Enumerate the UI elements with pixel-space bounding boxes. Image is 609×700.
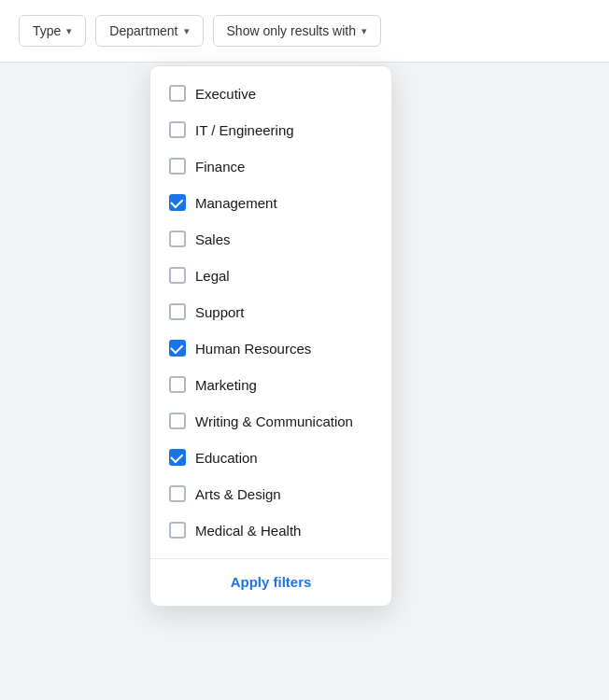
checkbox-executive[interactable] [169, 85, 186, 102]
checkbox-education[interactable] [169, 449, 186, 466]
department-dropdown: ExecutiveIT / EngineeringFinanceManageme… [149, 65, 392, 607]
list-item[interactable]: IT / Engineering [150, 112, 391, 148]
item-label-it-engineering: IT / Engineering [195, 120, 294, 140]
checkbox-finance[interactable] [169, 158, 186, 175]
checkbox-human-resources[interactable] [169, 340, 186, 357]
checkbox-marketing[interactable] [169, 376, 186, 393]
type-filter-button[interactable]: Type ▾ [19, 15, 86, 47]
checkbox-management[interactable] [169, 194, 186, 211]
checkbox-writing-communication[interactable] [169, 413, 186, 429]
list-item[interactable]: Human Resources [150, 330, 391, 367]
show-only-label: Show only results with [227, 23, 357, 38]
list-item[interactable]: Medical & Health [150, 512, 391, 549]
toolbar: Type ▾ Department ▾ Show only results wi… [0, 0, 609, 63]
show-only-chevron-icon: ▾ [361, 25, 367, 37]
list-item[interactable]: Writing & Communication [150, 403, 391, 440]
item-label-writing-communication: Writing & Communication [195, 412, 353, 431]
list-item[interactable]: Sales [150, 221, 391, 258]
item-label-executive: Executive [195, 84, 256, 104]
department-filter-button[interactable]: Department ▾ [95, 15, 203, 47]
checkbox-sales[interactable] [169, 231, 186, 247]
department-list: ExecutiveIT / EngineeringFinanceManageme… [150, 66, 391, 558]
checkbox-legal[interactable] [169, 267, 186, 284]
type-chevron-icon: ▾ [66, 25, 72, 37]
dropdown-footer: Apply filters [150, 558, 391, 606]
list-item[interactable]: Legal [150, 258, 391, 294]
item-label-human-resources: Human Resources [195, 339, 311, 358]
item-label-sales: Sales [195, 230, 231, 249]
show-only-filter-button[interactable]: Show only results with ▾ [213, 15, 382, 47]
item-label-medical-health: Medical & Health [195, 521, 301, 540]
item-label-finance: Finance [195, 157, 245, 176]
item-label-marketing: Marketing [195, 375, 257, 395]
item-label-management: Management [195, 193, 277, 213]
type-label: Type [33, 23, 61, 38]
item-label-legal: Legal [195, 266, 230, 286]
item-label-arts-design: Arts & Design [195, 484, 281, 504]
list-item[interactable]: Marketing [150, 367, 391, 403]
checkbox-it-engineering[interactable] [169, 121, 186, 138]
list-item[interactable]: Support [150, 294, 391, 330]
list-item[interactable]: Executive [150, 76, 391, 112]
checkbox-support[interactable] [169, 303, 186, 320]
list-item[interactable]: Management [150, 185, 391, 221]
apply-filters-button[interactable]: Apply filters [169, 574, 373, 590]
department-label: Department [109, 23, 177, 38]
department-chevron-icon: ▾ [184, 25, 190, 37]
item-label-support: Support [195, 302, 245, 322]
checkbox-medical-health[interactable] [169, 522, 186, 539]
item-label-education: Education [195, 448, 258, 468]
list-item[interactable]: Arts & Design [150, 476, 391, 512]
list-item[interactable]: Education [150, 440, 391, 476]
checkbox-arts-design[interactable] [169, 485, 186, 502]
list-item[interactable]: Finance [150, 148, 391, 185]
